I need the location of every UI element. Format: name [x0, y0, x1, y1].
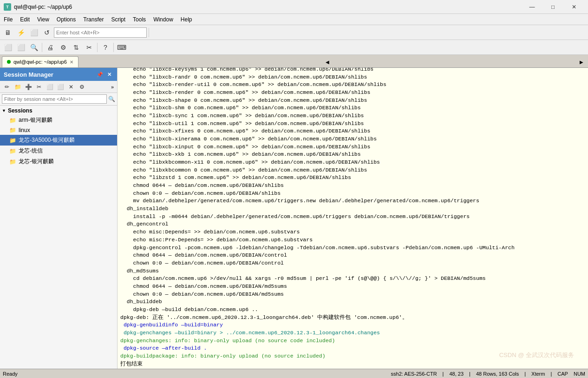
terminal-area: echo "libtasn1 6 com.ncmem.up6" >> debia… [118, 68, 588, 369]
folder-icon-arm: 📁 [9, 117, 16, 124]
session-manager-title: Session Manager [4, 71, 53, 78]
maximize-button[interactable]: □ [542, 0, 563, 14]
settings-icon[interactable]: ⚙ [57, 41, 69, 53]
refresh-icon[interactable]: ↺ [41, 27, 53, 39]
menu-file[interactable]: File [0, 14, 16, 25]
terminal-line: dpkg-source —after-build . [120, 345, 585, 352]
terminal-content[interactable]: echo "libtasn1 6 com.ncmem.up6" >> debia… [118, 68, 588, 369]
terminal-line: chown 0:0 — debian/com.ncmem.up6/DEBIAN/… [120, 291, 585, 298]
menu-view[interactable]: View [33, 14, 53, 25]
root-chevron: ▼ [2, 108, 6, 113]
close-button[interactable]: ✕ [563, 0, 584, 14]
tab-bar: qwl@qwl-pc: ~/app/up6 ✕ ◀ ▶ [0, 55, 588, 68]
paste-session-icon[interactable]: ⬜ [55, 82, 65, 92]
menu-transfer[interactable]: Transfer [79, 14, 107, 25]
main-area: Session Manager 📌 ✕ ✏ 📁 ➕ ✂ ⬜ ⬜ ✕ ⚙ » 🔍 … [0, 68, 588, 369]
status-sep4: | [550, 371, 552, 377]
terminal-line: echo "libxcb-keysyms 1 com.ncmem.up6" >>… [120, 68, 585, 73]
status-caps: CAP [557, 371, 568, 377]
terminal-line: echo "libxcb-randr 0 com.ncmem.up6" >> d… [120, 73, 585, 81]
toolbar2-sep3 [113, 43, 114, 52]
status-sep2: | [469, 371, 470, 377]
sidebar-more-button[interactable]: » [110, 84, 115, 90]
host-input[interactable] [54, 27, 147, 38]
terminal-line: dpkg-buildpackage: info: binary-only upl… [120, 352, 585, 360]
help-icon[interactable]: ? [99, 41, 111, 53]
edit-session-icon[interactable]: ✏ [2, 82, 12, 92]
pin-button[interactable]: 📌 [96, 70, 104, 79]
print-icon[interactable]: 🖨 [44, 41, 56, 53]
status-bar: Ready ssh2: AES-256-CTR | 48, 23 | 48 Ro… [0, 369, 588, 378]
sidebar-close-button[interactable]: ✕ [105, 70, 113, 79]
tab-next-button[interactable]: ▶ [577, 56, 586, 67]
status-terminal: Xterm [531, 371, 545, 377]
window-controls: — □ ✕ [522, 0, 584, 14]
terminal-line: echo "libxcb-xinput 0 com.ncmem.up6" >> … [120, 143, 585, 151]
active-tab[interactable]: qwl@qwl-pc: ~/app/up6 ✕ [2, 56, 78, 67]
menu-options[interactable]: Options [53, 14, 79, 25]
sessions-root[interactable]: ▼ Sessions [0, 106, 117, 115]
folder-icon-linux: 📁 [9, 127, 16, 133]
script-icon[interactable]: ✂ [83, 41, 95, 53]
menu-tools[interactable]: Tools [129, 14, 150, 25]
terminal-line: echo misc:Depends= >> debian/com.ncmem.u… [120, 228, 585, 236]
find-icon[interactable]: 🔍 [28, 41, 40, 53]
terminal-line: echo "libxcb-render-util 0 com.ncmem.up6… [120, 81, 585, 89]
sidebar-item-arm[interactable]: 📁 arm-银河麒麟 [0, 115, 117, 126]
status-size: 48 Rows, 163 Cols [476, 371, 519, 377]
delete-session-icon[interactable]: ✕ [66, 82, 76, 92]
terminal-line: 打包结束 [120, 360, 585, 368]
session-tongxin-label: 龙芯-统信 [19, 147, 43, 155]
terminal-line: echo "libxcb-render 0 com.ncmem.up6" >> … [120, 89, 585, 97]
sidebar-item-linux[interactable]: 📁 linux [0, 126, 117, 135]
sidebar-item-loongson-kylin[interactable]: 📁 龙芯-银河麒麟 [0, 156, 117, 167]
sidebar-item-loongson-3a5000[interactable]: 📁 龙芯-3A5000-银河麒麟 [0, 135, 117, 146]
status-num: NUM [574, 371, 585, 377]
tab-prev-button[interactable]: ◀ [323, 56, 332, 67]
add-session-icon[interactable]: ➕ [23, 82, 33, 92]
title-bar: T qwl@qwl-pc: ~/app/up6 — □ ✕ [0, 0, 588, 14]
tab-title: qwl@qwl-pc: ~/app/up6 [13, 59, 67, 65]
keyboard-icon[interactable]: ⌨ [116, 41, 128, 53]
terminal-line: dpkg-genchanges: info: binary-only uploa… [120, 337, 585, 345]
sidebar-header-controls: 📌 ✕ [96, 70, 113, 79]
terminal-line: echo "libxcb-util 1 com.ncmem.up6" >> de… [120, 120, 585, 128]
sidebar-header: Session Manager 📌 ✕ [0, 68, 117, 81]
quick-connect-icon[interactable]: ⚡ [15, 27, 27, 39]
terminal-line: echo misc:Pre-Depends= >> debian/com.ncm… [120, 236, 585, 244]
terminal-line: mv debian/.debhelper/generated/com.ncmem… [120, 197, 585, 205]
sidebar-item-loongson-tongxin[interactable]: 📁 龙芯-统信 [0, 146, 117, 156]
copy-session-icon[interactable]: ⬜ [45, 82, 55, 92]
sidebar-toolbar: ✏ 📁 ➕ ✂ ⬜ ⬜ ✕ ⚙ » [0, 81, 117, 93]
terminal-line: echo "libxcb-shm 0 com.ncmem.up6" >> deb… [120, 104, 585, 112]
terminal-line: dpkg-deb —build debian/com.ncmem.up6 .. [120, 306, 585, 314]
menu-help[interactable]: Help [177, 14, 196, 25]
terminal-line: echo "libzstd 1 com.ncmem.up6" >> debian… [120, 174, 585, 182]
reconnect-icon[interactable]: ⬜ [28, 27, 40, 39]
status-sep3: | [524, 371, 526, 377]
folder-icon[interactable]: 📁 [13, 82, 23, 92]
menu-edit[interactable]: Edit [16, 14, 33, 25]
menu-script[interactable]: Script [107, 14, 129, 25]
tab-close-button[interactable]: ✕ [70, 60, 73, 65]
transfer-icon[interactable]: ⇅ [70, 41, 82, 53]
paste-icon[interactable]: ⬜ [15, 41, 27, 53]
minimize-button[interactable]: — [522, 0, 542, 14]
terminal-line: dh_builddeb [120, 298, 585, 306]
window-title: qwl@qwl-pc: ~/app/up6 [14, 4, 522, 10]
cut-session-icon[interactable]: ✂ [34, 82, 44, 92]
terminal-line: echo "libxkbcommon 0 com.ncmem.up6" >> d… [120, 166, 585, 174]
sidebar: Session Manager 📌 ✕ ✏ 📁 ➕ ✂ ⬜ ⬜ ✕ ⚙ » 🔍 … [0, 68, 118, 369]
terminal-line: echo "libxkbcommon-x11 0 com.ncmem.up6" … [120, 159, 585, 166]
terminal-line: dpkg-gencontrol -pcom.ncmem.up6 -ldebian… [120, 244, 585, 252]
toolbar-sep-1 [149, 28, 149, 37]
session-search-input[interactable] [2, 94, 107, 104]
status-right: ssh2: AES-256-CTR | 48, 23 | 48 Rows, 16… [391, 371, 585, 377]
copy-icon[interactable]: ⬜ [2, 41, 14, 53]
session-kylin-label: 龙芯-银河麒麟 [19, 158, 54, 166]
new-session-icon[interactable]: 🖥 [2, 27, 14, 39]
status-ready: Ready [3, 371, 18, 377]
toolbar2-sep2 [97, 43, 98, 52]
menu-window[interactable]: Window [150, 14, 177, 25]
properties-icon[interactable]: ⚙ [77, 82, 87, 92]
